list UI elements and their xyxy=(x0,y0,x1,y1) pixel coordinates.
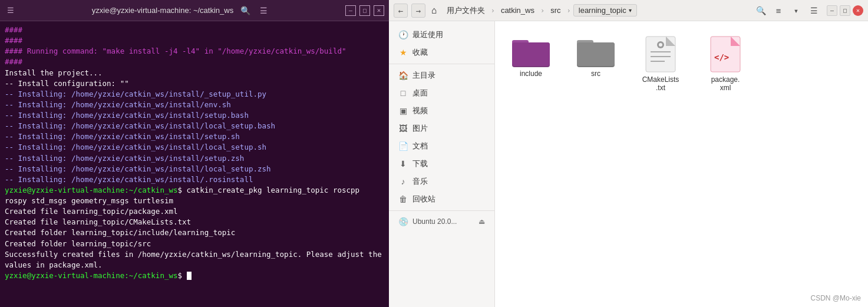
terminal-line: -- Installing: /home/yzxie/catkin_ws/ins… xyxy=(5,174,384,185)
terminal-maximize-btn[interactable]: □ xyxy=(359,5,370,16)
sidebar-item-videos[interactable]: ▣ 视频 xyxy=(389,102,494,120)
fm-minimize-btn[interactable]: — xyxy=(827,5,837,16)
svg-text:</>: </> xyxy=(714,52,729,62)
xml-file-icon: </> xyxy=(709,35,741,73)
fm-breadcrumb-dropdown-icon: ▾ xyxy=(629,7,632,14)
file-item-cmakelists[interactable]: CMakeLists.txt xyxy=(634,31,687,97)
fm-breadcrumb-sep-2: › xyxy=(540,6,544,15)
favorites-icon: ★ xyxy=(398,48,408,57)
terminal-line: -- Installing: /home/yzxie/catkin_ws/ins… xyxy=(5,153,384,164)
terminal-menu-icon[interactable]: ☰ xyxy=(5,5,16,16)
folder-icon-src xyxy=(577,35,615,67)
eject-icon[interactable]: ⏏ xyxy=(478,217,485,226)
music-icon: ♪ xyxy=(398,177,408,186)
sidebar-item-trash[interactable]: 🗑 回收站 xyxy=(389,190,494,208)
terminal-final-prompt: yzxie@yzxie-virtual-machine:~/catkin_ws$ xyxy=(5,270,384,281)
fm-home-btn[interactable]: ⌂ xyxy=(429,5,440,16)
terminal-line: -- Install configuration: "" xyxy=(5,78,384,89)
terminal-line: Created folder learning_topic/include/le… xyxy=(5,227,384,238)
terminal-line: -- Installing: /home/yzxie/catkin_ws/ins… xyxy=(5,164,384,174)
fm-breadcrumb-catkin[interactable]: catkin_ws xyxy=(497,5,538,16)
sidebar-item-favorites[interactable]: ★ 收藏 xyxy=(389,44,494,61)
fm-breadcrumb-src[interactable]: src xyxy=(547,5,564,16)
fm-close-btn[interactable]: ✕ xyxy=(853,5,863,16)
sidebar-item-recent[interactable]: 🕐 最近使用 xyxy=(389,26,494,44)
sidebar-item-home[interactable]: 🏠 主目录 xyxy=(389,67,494,84)
sidebar-item-favorites-label: 收藏 xyxy=(412,47,428,58)
terminal-line: -- Installing: /home/yzxie/catkin_ws/ins… xyxy=(5,110,384,121)
sidebar-item-trash-label: 回收站 xyxy=(412,194,435,204)
svg-rect-2 xyxy=(512,42,550,66)
terminal-close-btn[interactable]: ✕ xyxy=(374,5,384,16)
file-label-include: include xyxy=(520,70,542,78)
terminal-line: -- Installing: /home/yzxie/catkin_ws/ins… xyxy=(5,142,384,153)
sidebar-item-desktop[interactable]: □ 桌面 xyxy=(389,84,494,102)
svg-rect-5 xyxy=(577,42,615,66)
fm-breadcrumb-sep-1: › xyxy=(491,6,495,15)
terminal-line: -- Installing: /home/yzxie/catkin_ws/ins… xyxy=(5,100,384,110)
file-item-src[interactable]: src xyxy=(569,31,622,97)
terminal-line: Install the project... xyxy=(5,68,384,78)
sidebar-item-documents[interactable]: 📄 文档 xyxy=(389,137,494,155)
file-item-package-xml[interactable]: </> package.xml xyxy=(699,31,752,97)
sidebar-item-pictures-label: 图片 xyxy=(412,123,428,134)
sidebar-item-music[interactable]: ♪ 音乐 xyxy=(389,173,494,190)
terminal-line: #### xyxy=(5,57,384,67)
sidebar-item-downloads-label: 下载 xyxy=(412,159,428,169)
folder-icon-include xyxy=(512,35,550,67)
terminal-line: yzxie@yzxie-virtual-machine:~/catkin_ws$… xyxy=(5,185,384,206)
terminal-line: #### xyxy=(5,35,384,46)
fm-breadcrumb-home[interactable]: 用户文件夹 xyxy=(443,4,489,17)
sidebar-item-recent-label: 最近使用 xyxy=(412,29,443,40)
fm-view-list-btn[interactable]: ≡ xyxy=(771,4,786,18)
terminal-hamburger-icon[interactable]: ☰ xyxy=(258,5,270,16)
file-label-cmakelists: CMakeLists.txt xyxy=(642,75,679,92)
home-icon: 🏠 xyxy=(398,71,408,80)
terminal-minimize-btn[interactable]: — xyxy=(345,5,356,16)
fm-titlebar-right: 🔍 ≡ ▾ ☰ xyxy=(754,4,821,18)
terminal-search-icon[interactable]: 🔍 xyxy=(238,5,253,16)
file-item-include[interactable]: include xyxy=(504,31,557,97)
fm-forward-btn[interactable]: → xyxy=(411,4,425,18)
sidebar-item-downloads[interactable]: ⬇ 下载 xyxy=(389,155,494,173)
sidebar-divider-1 xyxy=(389,64,494,64)
terminal-line: Created file learning_topic/package.xml xyxy=(5,206,384,217)
fm-window-buttons: — □ ✕ xyxy=(827,5,863,16)
sidebar-item-pictures[interactable]: 🖼 图片 xyxy=(389,120,494,137)
terminal-body[interactable]: #### #### #### Running command: "make in… xyxy=(0,21,389,307)
sidebar-item-desktop-label: 桌面 xyxy=(412,88,428,98)
sidebar-item-home-label: 主目录 xyxy=(412,70,435,81)
desktop-icon: □ xyxy=(398,88,408,98)
fm-maximize-btn[interactable]: □ xyxy=(840,5,850,16)
recent-icon: 🕐 xyxy=(398,30,408,39)
filemanager-panel: ← → ⌂ 用户文件夹 › catkin_ws › src › learning… xyxy=(389,0,868,307)
fm-file-area: include src xyxy=(495,21,868,307)
terminal-line: Created file learning_topic/CMakeLists.t… xyxy=(5,217,384,227)
fm-options-btn[interactable]: ☰ xyxy=(807,4,821,18)
pictures-icon: 🖼 xyxy=(398,124,408,133)
fm-view-dropdown-btn[interactable]: ▾ xyxy=(789,4,803,18)
fm-sidebar: 🕐 最近使用 ★ 收藏 🏠 主目录 □ 桌面 ▣ 视频 🖼 图片 xyxy=(389,21,495,307)
sidebar-item-ubuntu-label: Ubuntu 20.0... xyxy=(412,217,457,226)
terminal-titlebar: ☰ yzxie@yzxie-virtual-machine: ~/catkin_… xyxy=(0,0,389,21)
file-label-package-xml: package.xml xyxy=(711,75,740,92)
file-label-src: src xyxy=(591,70,600,78)
sidebar-item-documents-label: 文档 xyxy=(412,141,428,151)
terminal-line: #### Running command: "make install -j4 … xyxy=(5,46,384,57)
cmake-file-icon xyxy=(645,35,676,73)
documents-icon: 📄 xyxy=(398,141,408,151)
terminal-title: yzxie@yzxie-virtual-machine: ~/catkin_ws xyxy=(92,6,233,15)
terminal-line: -- Installing: /home/yzxie/catkin_ws/ins… xyxy=(5,89,384,100)
sidebar-item-ubuntu[interactable]: 💿 Ubuntu 20.0... ⏏ xyxy=(389,213,494,230)
fm-breadcrumb-current[interactable]: learning_topic ▾ xyxy=(573,4,637,16)
terminal-window-controls: — □ ✕ xyxy=(345,5,384,16)
fm-search-btn[interactable]: 🔍 xyxy=(754,4,768,18)
videos-icon: ▣ xyxy=(398,106,408,115)
fm-breadcrumb: 用户文件夹 › catkin_ws › src › learning_topic… xyxy=(443,4,750,17)
terminal-line: Successfully created files in /home/yzxi… xyxy=(5,249,384,270)
terminal-left-controls: ☰ xyxy=(5,5,16,16)
svg-point-12 xyxy=(659,43,662,47)
fm-breadcrumb-current-label: learning_topic xyxy=(579,6,626,15)
fm-back-btn[interactable]: ← xyxy=(394,4,408,18)
terminal-line: -- Installing: /home/yzxie/catkin_ws/ins… xyxy=(5,131,384,142)
